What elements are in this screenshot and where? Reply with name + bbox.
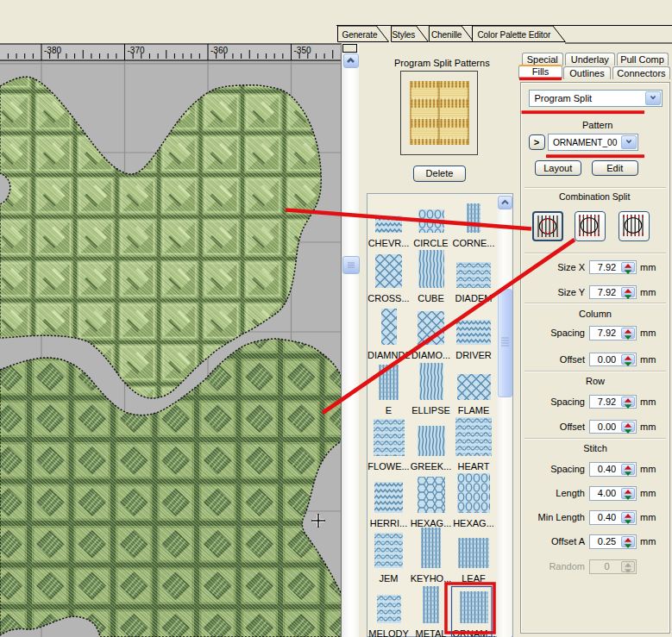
svg-text:Generate: Generate bbox=[342, 30, 378, 40]
svg-text:-360: -360 bbox=[210, 46, 228, 55]
svg-text:-380: -380 bbox=[44, 46, 61, 55]
svg-text:Color Palette Editor: Color Palette Editor bbox=[478, 30, 551, 40]
svg-text:Chenille: Chenille bbox=[431, 30, 462, 40]
svg-text:Styles: Styles bbox=[393, 30, 416, 40]
svg-text:-350: -350 bbox=[294, 46, 311, 55]
svg-text:-370: -370 bbox=[128, 46, 145, 55]
